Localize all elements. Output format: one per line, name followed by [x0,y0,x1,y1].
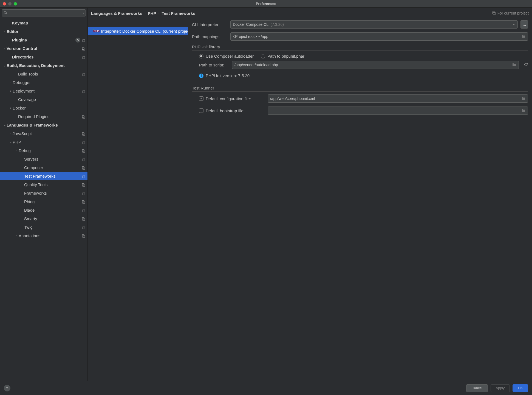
svg-rect-20 [82,158,84,160]
tree-item-twig[interactable]: Twig [0,223,87,231]
chevron-down-icon: ⌄ [3,124,7,127]
info-icon: i [199,74,203,78]
svg-rect-2 [82,39,84,41]
ok-button[interactable]: OK [513,384,528,392]
search-field[interactable]: ▾ [2,9,86,16]
tree-item-servers[interactable]: Servers [0,155,87,163]
svg-rect-24 [82,175,84,177]
project-scope-icon [81,174,85,178]
window-maximize-button[interactable] [14,2,17,5]
help-button[interactable]: ? [4,385,10,391]
tree-item-docker[interactable]: ›Docker [0,104,87,112]
search-input[interactable] [9,11,81,15]
folder-icon[interactable] [521,108,526,113]
tree-item-label: Coverage [18,97,87,102]
tree-item-smarty[interactable]: Smarty [0,214,87,223]
phpunit-version-label: PHPUnit version: 7.5.20 [206,73,250,78]
chevron-right-icon: › [9,132,13,135]
tree-item-label: Test Frameworks [24,174,81,178]
path-to-phar-radio[interactable]: Path to phpunit.phar [261,54,304,58]
tree-item-deployment[interactable]: ›Deployment [0,87,87,95]
path-mappings-label: Path mappings: [192,34,228,39]
default-config-field[interactable]: /app/web/core/phpunit.xml [268,94,528,103]
tree-item-label: Build Tools [18,72,81,76]
tree-item-label: Directories [12,55,81,59]
svg-rect-36 [82,226,84,228]
tree-item-build-tools[interactable]: Build Tools [0,70,87,78]
svg-rect-28 [82,192,84,194]
svg-rect-15 [83,133,85,135]
window-close-button[interactable] [3,2,6,5]
test-runner-section-title: Test Runner [192,86,528,92]
tree-item-debugger[interactable]: ›Debugger [0,78,87,87]
cli-interpreter-more-button[interactable]: … [520,20,528,29]
project-scope-icon [81,140,85,144]
tree-item-languages-frameworks[interactable]: ⌄Languages & Frameworks [0,121,87,129]
add-button[interactable]: ＋ [90,19,95,26]
tree-item-phing[interactable]: Phing [0,197,87,206]
chevron-right-icon: › [15,149,19,152]
tree-item-composer[interactable]: Composer [0,163,87,172]
svg-rect-9 [83,74,85,76]
project-scope-icon [81,132,85,136]
tree-item-coverage[interactable]: Coverage [0,95,87,104]
chevron-right-icon: › [9,81,13,84]
apply-button[interactable]: Apply [491,384,510,392]
tree-item-label: Smarty [24,216,81,221]
cli-interpreter-dropdown[interactable]: Docker Compose CLI (7.3.26) ▼ [230,20,518,29]
svg-rect-22 [82,166,84,169]
tree-item-quality-tools[interactable]: Quality Tools [0,180,87,189]
tree-item-keymap[interactable]: Keymap [0,19,87,27]
remove-button[interactable]: － [100,19,105,26]
svg-rect-8 [82,73,84,75]
chevron-right-icon: › [15,234,19,237]
svg-rect-7 [83,57,85,59]
project-scope-icon [492,11,496,16]
tree-item-label: Annotations [19,233,81,238]
refresh-icon[interactable] [524,62,528,68]
tree-item-required-plugins[interactable]: Required Plugins [0,112,87,121]
path-mappings-field[interactable]: <Project root>→/app [230,32,528,41]
project-scope-icon [81,183,85,187]
folder-icon[interactable] [512,62,516,68]
svg-rect-18 [82,149,84,152]
php-icon: PHP [93,30,100,32]
project-scope-icon [81,72,85,76]
project-scope-icon [81,89,85,93]
tree-item-editor[interactable]: ›Editor [0,27,87,36]
tree-item-label: JavaScript [13,131,81,136]
default-config-checkbox[interactable] [199,96,203,101]
tree-item-plugins[interactable]: Plugins5 [0,36,87,44]
window-minimize-button[interactable] [8,2,12,5]
project-scope-icon [81,55,85,59]
svg-rect-38 [82,234,84,237]
tree-item-test-frameworks[interactable]: Test Frameworks [0,172,87,180]
chevron-right-icon: › [3,30,7,33]
project-scope-icon [81,234,85,238]
tree-item-php[interactable]: ⌄PHP [0,138,87,146]
use-composer-autoloader-radio[interactable]: Use Composer autoloader [199,54,254,58]
interpreter-list-item[interactable]: PHP Interpreter: Docker Compose CLI (cur… [88,27,188,35]
svg-rect-3 [83,40,85,42]
default-bootstrap-field[interactable] [268,107,528,115]
default-bootstrap-checkbox[interactable] [199,108,203,113]
folder-icon[interactable] [521,34,526,39]
chevron-down-icon: ⌄ [3,64,7,67]
cancel-button[interactable]: Cancel [466,384,488,392]
tree-item-blade[interactable]: Blade [0,206,87,214]
path-to-script-field[interactable]: /app/vendor/autoload.php [232,61,519,69]
tree-item-javascript[interactable]: ›JavaScript [0,129,87,138]
folder-icon[interactable] [521,96,526,101]
plugins-count-badge: 5 [75,38,80,43]
svg-rect-31 [83,201,85,203]
settings-tree[interactable]: Keymap›EditorPlugins5›Version ControlDir… [0,18,87,381]
tree-item-frameworks[interactable]: Frameworks [0,189,87,197]
tree-item-build-execution-deployment[interactable]: ⌄Build, Execution, Deployment [0,61,87,70]
tree-item-annotations[interactable]: ›Annotations [0,231,87,240]
svg-point-0 [4,11,6,13]
tree-item-directories[interactable]: Directories [0,53,87,61]
tree-item-version-control[interactable]: ›Version Control [0,44,87,53]
svg-rect-25 [83,176,85,178]
tree-item-debug[interactable]: ›Debug [0,146,87,155]
tree-item-label: Keymap [12,21,87,25]
